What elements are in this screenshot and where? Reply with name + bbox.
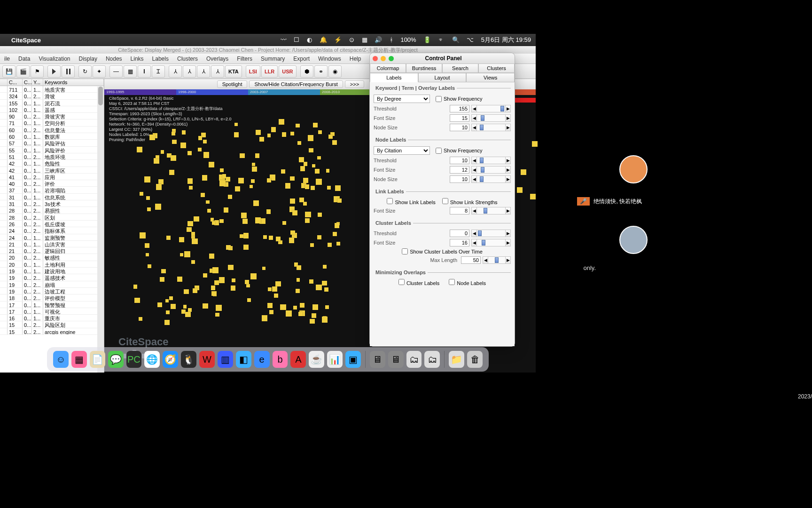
tree4-icon[interactable]: ⅄ [211,65,224,78]
table-row[interactable]: 370...1...岩溶塌陷 [0,187,104,193]
table-row[interactable]: 240...2...指标体系 [0,227,104,234]
play-button[interactable] [47,65,61,78]
graph-node[interactable] [336,242,340,246]
graph-node[interactable] [245,280,250,285]
graph-node[interactable] [332,140,337,145]
table-row[interactable]: 190...2...边坡工程 [0,288,104,294]
table-row[interactable]: 710...1...空间分析 [0,119,104,126]
spotlight-button[interactable]: Spotlight [217,80,248,88]
table-row[interactable]: 280...2...易损性 [0,207,104,214]
graph-node[interactable] [146,253,149,256]
ktol-mode-select[interactable]: By Degree [374,95,430,103]
table-row[interactable]: 170...1...预警预报 [0,302,104,308]
graph-node[interactable] [182,130,186,134]
graph-node[interactable] [326,169,330,173]
menu-file[interactable]: ile [0,56,14,62]
graph-node[interactable] [191,232,195,236]
graph-node[interactable] [296,124,300,128]
graph-node[interactable] [209,254,214,259]
table-row[interactable]: 190...1...建设用地 [0,268,104,274]
graph-node[interactable] [316,285,322,291]
table-row[interactable]: 410...2...应用 [0,174,104,180]
graph-node[interactable] [133,285,138,289]
graph-node[interactable] [220,168,224,172]
graph-node[interactable] [241,213,247,218]
graph-node[interactable] [251,179,255,183]
graph-node[interactable] [274,294,278,298]
graph-node[interactable] [335,223,339,228]
citespace-app-icon[interactable]: 📊 [327,351,343,368]
graph-node[interactable] [193,288,197,293]
graph-node[interactable] [140,232,146,238]
graph-node[interactable] [267,178,271,183]
node-fontsize-value[interactable]: 12 [450,166,469,174]
film-icon[interactable]: 🎬 [16,65,30,78]
wave-icon[interactable]: 〰 [281,36,287,43]
table-row[interactable]: 170...1...可视化 [0,308,104,315]
graph-node[interactable] [243,245,249,250]
qq-icon[interactable]: 🐧 [181,351,196,368]
showhide-burst-button[interactable]: Show/Hide Citation/Frequency Burst [249,80,343,88]
line-icon[interactable]: — [109,65,123,78]
graph-node[interactable] [292,210,297,215]
link-fontsize-slider[interactable]: ◀▶ [471,207,511,214]
cluster-maxlen-value[interactable]: 50 [461,256,481,264]
app-name[interactable]: CiteSpace [11,37,41,44]
record-icon[interactable]: ⊙ [349,36,354,43]
graph-node[interactable] [145,243,149,248]
graph-node[interactable] [209,162,214,167]
tab-search[interactable]: Search [442,64,478,73]
graph-node[interactable] [290,176,295,181]
node-mode-select[interactable]: By Citation [374,146,430,155]
graph-node[interactable] [255,153,259,158]
doc1-icon[interactable]: 🖥 [370,351,385,368]
table-row[interactable]: 7110...1...地质灾害 [0,86,104,93]
graph-node[interactable] [206,200,209,204]
graph-node[interactable] [156,184,162,190]
node-nodesize-slider[interactable]: ◀▶ [471,175,511,183]
tree2-icon[interactable]: ⅄ [183,65,196,78]
menu-labels[interactable]: Labels [148,56,173,62]
graph-node[interactable] [268,287,272,291]
graph-node[interactable] [235,186,240,191]
graph-node[interactable] [255,217,261,223]
refresh-icon[interactable]: ↻ [78,65,92,78]
col-blank[interactable] [0,79,8,86]
graph-node[interactable] [290,132,294,135]
more-button[interactable]: >>> [345,80,364,88]
menu-filters[interactable]: Filters [233,56,257,62]
graph-node[interactable] [242,219,248,224]
table-row[interactable]: 280...2...区划 [0,214,104,221]
bolt-icon[interactable]: ⚡ [334,36,342,43]
graph-node[interactable] [216,305,222,311]
bluetooth-icon[interactable]: ᚼ [390,36,393,43]
graph-node[interactable] [304,162,308,166]
zoom-icon[interactable] [389,56,394,61]
app-blue-icon[interactable]: ▥ [218,351,233,368]
show-link-labels-checkbox[interactable] [387,198,393,204]
control-center-icon[interactable]: ⌥ [467,36,474,43]
ktol-threshold-value[interactable]: 155 [450,105,469,112]
show-link-strengths-checkbox[interactable] [442,198,448,204]
link-icon[interactable]: ⚭ [314,65,328,78]
tab-clusters[interactable]: Clusters [478,64,515,73]
graph-node[interactable] [171,304,176,310]
graph-node[interactable] [154,158,159,164]
graph-node[interactable] [318,130,322,134]
node-threshold-slider[interactable]: ◀▶ [471,157,511,164]
graph-node[interactable] [214,280,219,285]
table-scrollbar[interactable] [97,87,104,373]
graph-node[interactable] [250,185,253,188]
graph-node[interactable] [296,289,299,293]
graph-node[interactable] [300,166,305,171]
graph-node[interactable] [297,141,301,145]
tab-layout[interactable]: Layout [418,73,467,82]
table-row[interactable]: 900...2...滑坡灾害 [0,113,104,119]
graph-node[interactable] [309,148,313,153]
graph-node[interactable] [169,170,174,175]
llr-button[interactable]: LLR [261,65,278,78]
col-year[interactable]: Y... [32,79,43,86]
graph-node[interactable] [305,212,311,218]
graph-node[interactable] [256,130,261,135]
cluster-maxlen-slider[interactable]: ◀▶ [483,256,511,264]
